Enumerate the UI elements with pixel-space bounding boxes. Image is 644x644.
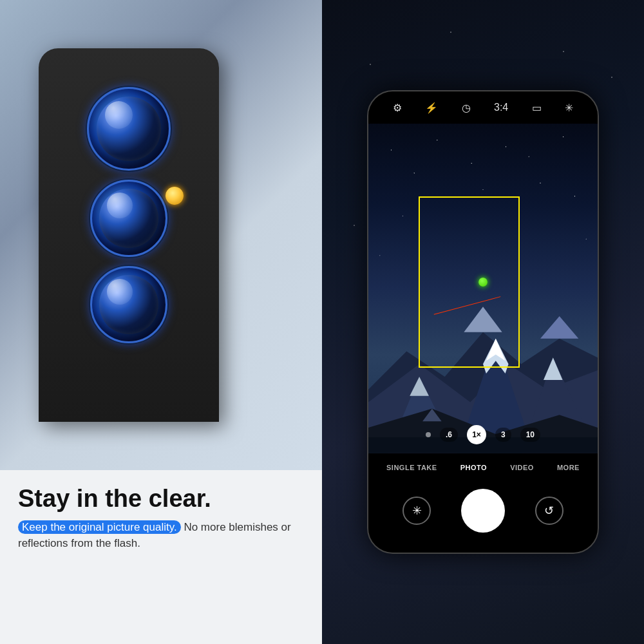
- camera-section: [0, 0, 322, 470]
- filter-icon[interactable]: ✳: [565, 102, 573, 114]
- flash-dot: [166, 187, 184, 205]
- phone-bottom: [368, 540, 598, 553]
- effects-button[interactable]: ✳: [402, 497, 431, 525]
- lens-bottom: [90, 266, 167, 343]
- zoom-controls: .6 1× 3 10: [368, 425, 598, 444]
- left-panel: Stay in the clear. Keep the original pic…: [0, 0, 322, 644]
- flip-button[interactable]: ↺: [535, 497, 564, 525]
- svg-marker-1: [464, 307, 502, 333]
- lens-top: [87, 87, 171, 171]
- mode-video[interactable]: VIDEO: [510, 464, 534, 471]
- mode-bar: SINGLE TAKE PHOTO VIDEO MORE: [368, 453, 598, 482]
- right-panel: ⚙ ⚡ ◷ 3:4 ▭ ✳: [322, 0, 644, 644]
- crop-icon[interactable]: ▭: [532, 102, 542, 114]
- mode-photo[interactable]: PHOTO: [460, 464, 487, 471]
- subject-dot: [478, 278, 488, 287]
- ratio-icon[interactable]: 3:4: [494, 102, 508, 113]
- mode-more[interactable]: MORE: [557, 464, 580, 471]
- camera-viewfinder: .6 1× 3 10: [368, 124, 598, 453]
- svg-marker-2: [540, 316, 578, 339]
- camera-module: [87, 87, 171, 343]
- settings-icon[interactable]: ⚙: [393, 102, 402, 114]
- timer-icon[interactable]: ◷: [462, 102, 471, 114]
- zoom-06[interactable]: .6: [440, 428, 458, 442]
- highlight-text: Keep the original picture quality.: [18, 520, 181, 534]
- phone-frame: ⚙ ⚡ ◷ 3:4 ▭ ✳: [367, 90, 599, 554]
- zoom-3[interactable]: 3: [495, 428, 511, 442]
- zoom-1x[interactable]: 1×: [467, 425, 486, 444]
- lens-middle: [90, 180, 167, 257]
- zoom-indicator: [426, 432, 431, 437]
- camera-body: [39, 48, 219, 422]
- text-section: Stay in the clear. Keep the original pic…: [0, 470, 322, 644]
- phone-top-bar: ⚙ ⚡ ◷ 3:4 ▭ ✳: [368, 91, 598, 124]
- main-headline: Stay in the clear.: [18, 486, 304, 513]
- shutter-button[interactable]: [461, 489, 505, 533]
- shutter-bar: ✳ ↺: [368, 482, 598, 540]
- mode-single-take[interactable]: SINGLE TAKE: [386, 464, 437, 471]
- description-block: Keep the original picture quality. No mo…: [18, 519, 304, 552]
- flash-icon[interactable]: ⚡: [425, 102, 438, 114]
- zoom-10[interactable]: 10: [520, 428, 540, 442]
